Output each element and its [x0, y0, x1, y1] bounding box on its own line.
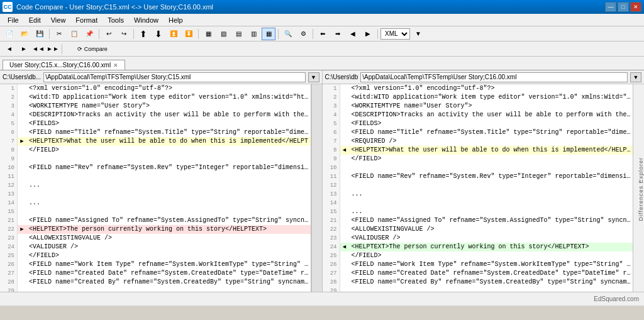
- line-content: <?xml version="1.0" encoding="utf-8"?>: [349, 84, 633, 93]
- line-number: 7: [323, 137, 340, 146]
- toolbar-copy[interactable]: 📋: [67, 28, 81, 40]
- line-number: 23: [0, 234, 18, 243]
- toolbar-zoom[interactable]: 🔍: [281, 28, 295, 40]
- line-content: [26, 190, 311, 199]
- menu-bar: File Edit View Format Tools Window Help: [0, 14, 644, 26]
- right-sidebar: Differences Explorer: [633, 84, 644, 292]
- menu-window[interactable]: Window: [129, 15, 164, 25]
- toolbar-extra[interactable]: ▼: [411, 28, 425, 40]
- line-marker: [340, 199, 349, 207]
- line-marker: [340, 155, 349, 163]
- line-number: 27: [0, 269, 18, 278]
- toolbar-sep3: [133, 29, 134, 39]
- menu-file[interactable]: File: [3, 15, 24, 25]
- toolbar-nav1[interactable]: ◄: [3, 43, 16, 55]
- close-button[interactable]: ✕: [630, 2, 641, 12]
- left-browse-btn[interactable]: ▼: [308, 72, 319, 82]
- toolbar-next-diff[interactable]: ⬇: [152, 28, 165, 40]
- left-file-path-input[interactable]: [43, 72, 305, 82]
- line-content: <FIELD name="Assigned To" refname="Syste…: [26, 216, 311, 225]
- line-number: 9: [323, 155, 340, 163]
- line-marker: [340, 260, 349, 269]
- toolbar-prev-diff[interactable]: ⬆: [136, 28, 150, 40]
- right-file-path-input[interactable]: [360, 72, 628, 82]
- toolbar-view5[interactable]: ▦: [262, 28, 275, 40]
- line-marker: [18, 278, 26, 287]
- line-marker: [18, 163, 26, 172]
- toolbar-nav3[interactable]: ◄◄: [31, 43, 45, 55]
- toolbar-align-right[interactable]: ➡: [331, 28, 345, 40]
- toolbar-first-diff[interactable]: ⏫: [167, 28, 180, 40]
- line-content: <FIELD name="Work Item Type" refname="Sy…: [26, 260, 311, 269]
- left-diff-content[interactable]: 1<?xml version="1.0" encoding="utf-8"?>2…: [0, 84, 311, 292]
- toolbar-open[interactable]: 📂: [18, 28, 31, 40]
- menu-view[interactable]: View: [46, 15, 71, 25]
- line-marker: [18, 199, 26, 207]
- table-row: 14 ...: [0, 199, 311, 207]
- toolbar-nav4[interactable]: ►►: [46, 43, 60, 55]
- line-content: <DESCRIPTION>Tracks an activity the user…: [349, 111, 633, 119]
- line-number: 2: [323, 93, 340, 102]
- table-row: 5 <FIELDS>: [0, 119, 311, 128]
- maximize-button[interactable]: □: [618, 2, 629, 12]
- toolbar-save[interactable]: 💾: [33, 28, 47, 40]
- table-row: 2<witd:WITD application="Work item type …: [323, 93, 633, 102]
- line-content: <VALIDUSER />: [26, 243, 311, 251]
- toolbar-settings[interactable]: ⚙: [296, 28, 310, 40]
- toolbar1: 📄 📂 💾 ✂ 📋 📌 ↩ ↪ ⬆ ⬇ ⏫ ⏬ ▦ ▧ ▤ ▥ ▦ 🔍 ⚙ ⬅ …: [0, 26, 644, 41]
- toolbar-view3[interactable]: ▤: [231, 28, 245, 40]
- line-marker: ▶: [18, 225, 26, 234]
- main-content: 1<?xml version="1.0" encoding="utf-8"?>2…: [0, 84, 644, 292]
- line-marker: [340, 269, 349, 278]
- menu-help[interactable]: Help: [164, 15, 188, 25]
- line-number: 24: [323, 243, 340, 251]
- line-content: ...: [26, 181, 311, 190]
- right-browse-btn[interactable]: ▼: [630, 72, 641, 82]
- toolbar-align-left[interactable]: ⬅: [316, 28, 330, 40]
- toolbar-view4[interactable]: ▥: [247, 28, 260, 40]
- line-marker: [18, 155, 26, 163]
- line-content: <FIELD name="Created Date" refname="Syst…: [26, 269, 311, 278]
- toolbar-new[interactable]: 📄: [3, 28, 16, 40]
- line-content: [26, 155, 311, 163]
- line-marker: [340, 190, 349, 199]
- branding-text: EdSquared.com: [594, 295, 639, 302]
- menu-format[interactable]: Format: [70, 15, 103, 25]
- toolbar-view2[interactable]: ▧: [216, 28, 230, 40]
- toolbar-sep2: [99, 29, 99, 39]
- syntax-selector[interactable]: XML C# Text: [380, 28, 410, 40]
- line-content: <HELPTEXT>The person currently working o…: [349, 243, 633, 251]
- toolbar-merge-left[interactable]: ◀: [346, 28, 360, 40]
- menu-tools[interactable]: Tools: [103, 15, 129, 25]
- line-number: 8: [323, 146, 340, 155]
- menu-edit[interactable]: Edit: [24, 15, 46, 25]
- table-row: 8◀ <HELPTEXT>What the user will be able …: [323, 146, 633, 155]
- minimize-button[interactable]: —: [605, 2, 616, 12]
- line-marker: [340, 251, 349, 260]
- line-content: </FIELD>: [26, 251, 311, 260]
- tab-close-btn[interactable]: ✕: [113, 62, 118, 69]
- toolbar-redo[interactable]: ↪: [117, 28, 131, 40]
- toolbar-compare[interactable]: ⟳ Compare: [64, 43, 121, 55]
- toolbar-cut[interactable]: ✂: [52, 28, 66, 40]
- tab-main[interactable]: User Story;C15.x...Story;C16.00.xml ✕: [3, 60, 125, 70]
- line-content: [349, 163, 633, 172]
- table-row: 7 <REQUIRED />: [323, 137, 633, 146]
- line-number: 24: [0, 243, 18, 251]
- toolbar-last-diff[interactable]: ⏬: [182, 28, 196, 40]
- line-content: ...: [349, 207, 633, 216]
- toolbar-view1[interactable]: ▦: [201, 28, 215, 40]
- toolbar-nav2[interactable]: ►: [17, 43, 31, 55]
- table-row: 15 ...: [323, 207, 633, 216]
- toolbar-merge-right[interactable]: ▶: [361, 28, 375, 40]
- table-row: 24 <VALIDUSER />: [0, 243, 311, 251]
- line-content: ...: [349, 190, 633, 199]
- right-file-prefix: C:\Users\db: [325, 74, 358, 80]
- line-marker: [340, 102, 349, 111]
- tab-label: User Story;C15.x...Story;C16.00.xml: [9, 62, 111, 69]
- line-content: </FIELD>: [26, 146, 311, 155]
- toolbar-paste[interactable]: 📌: [82, 28, 96, 40]
- line-marker: [340, 181, 349, 190]
- right-diff-content[interactable]: 1<?xml version="1.0" encoding="utf-8"?>2…: [323, 84, 633, 292]
- toolbar-undo[interactable]: ↩: [102, 28, 116, 40]
